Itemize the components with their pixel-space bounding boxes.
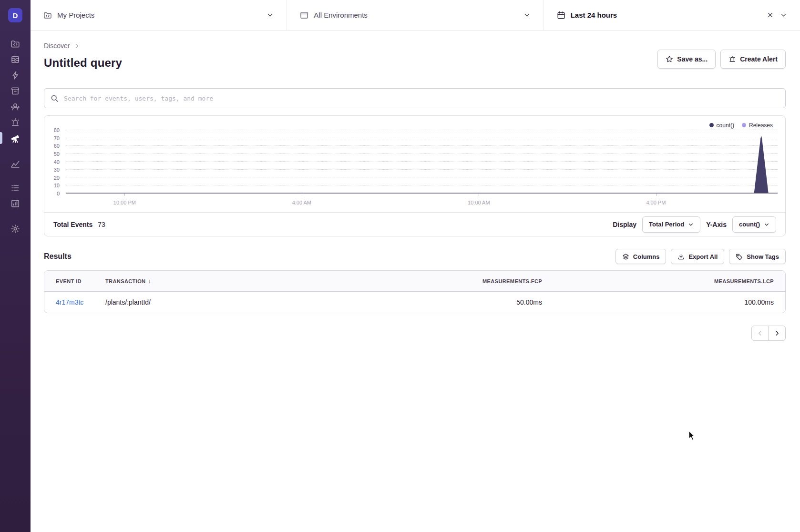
sidebar-item-issues[interactable] [0, 51, 31, 67]
main-content: Discover Untitled query Save as... Creat… [31, 31, 800, 532]
chevron-right-icon [774, 330, 780, 337]
column-header-event-id[interactable]: EVENT ID [44, 278, 94, 284]
column-header-transaction[interactable]: TRANSACTION ↓ [94, 277, 410, 285]
display-dropdown[interactable]: Total Period [642, 216, 700, 233]
x-axis-tick-label: 4:00 PM [646, 200, 666, 205]
measurements-fcp-cell: 50.00ms [410, 298, 554, 306]
sidebar-item-monitors[interactable] [0, 180, 31, 195]
y-axis-tick-label: 60 [54, 143, 60, 149]
sidebar-item-releases[interactable] [0, 83, 31, 99]
column-header-measurements-fcp[interactable]: MEASUREMENTS.FCP [410, 278, 554, 284]
save-as-button[interactable]: Save as... [657, 50, 716, 69]
chart-gridline [66, 130, 778, 130]
breadcrumb-discover[interactable]: Discover [44, 42, 70, 50]
x-axis-tick-mark [302, 194, 302, 196]
y-axis-tick-label: 50 [54, 151, 60, 157]
pagination [44, 326, 786, 341]
legend-item-releases[interactable]: Releases [742, 122, 773, 128]
x-axis-tick-mark [124, 194, 125, 196]
chart-gridline [66, 138, 778, 138]
chevron-left-icon [757, 330, 763, 337]
alerts-icon [10, 118, 20, 127]
y-axis-tick-label: 0 [57, 191, 60, 196]
page-title: Untitled query [44, 56, 122, 70]
table-header-row: EVENT ID TRANSACTION ↓ MEASUREMENTS.FCP … [44, 271, 785, 292]
total-events-value: 73 [98, 221, 105, 228]
project-selector[interactable]: My Projects [31, 0, 287, 30]
user-feedback-icon [10, 102, 20, 112]
y-axis-dropdown[interactable]: count() [732, 216, 776, 233]
chart-gridline [66, 161, 778, 162]
y-axis-tick-label: 10 [54, 183, 60, 188]
y-axis-tick-label: 20 [54, 175, 60, 181]
search-input[interactable] [63, 94, 779, 102]
issues-icon [10, 55, 20, 64]
environment-selector[interactable]: All Environments [287, 0, 543, 30]
layers-icon [622, 253, 629, 260]
x-axis-tick-label: 4:00 AM [292, 200, 311, 205]
clear-date-icon[interactable] [767, 11, 774, 19]
chart-area: 01020304050607080 10:00 PM4:00 AM10:00 A… [44, 128, 778, 212]
y-axis-label: Y-Axis [706, 221, 727, 228]
date-range-label: Last 24 hours [571, 11, 617, 19]
sidebar-item-projects[interactable] [0, 36, 31, 51]
chart-gridline [66, 145, 778, 146]
x-axis-tick-label: 10:00 PM [113, 200, 136, 205]
performance-icon [10, 71, 20, 80]
chevron-down-icon [780, 11, 787, 19]
transaction-cell: /plants/:plantId/ [94, 298, 410, 306]
breadcrumb: Discover [44, 42, 122, 50]
total-events: Total Events 73 [53, 221, 105, 228]
x-axis-tick-mark [656, 194, 656, 196]
y-axis-tick-label: 40 [54, 159, 60, 165]
chevron-down-icon [523, 11, 531, 19]
x-axis-tick-label: 10:00 AM [468, 200, 490, 205]
legend-item-count[interactable]: count() [709, 122, 734, 128]
tag-icon [736, 253, 743, 260]
sidebar-item-stats[interactable] [0, 195, 31, 211]
sidebar-item-dashboards[interactable] [0, 156, 31, 172]
table-row: 4r17m3tc /plants/:plantId/ 50.00ms 100.0… [44, 292, 785, 313]
search-icon [51, 94, 59, 102]
create-alert-button[interactable]: Create Alert [720, 50, 786, 69]
sidebar-item-alerts[interactable] [0, 114, 31, 130]
stats-icon [10, 199, 20, 208]
export-all-button[interactable]: Export All [671, 249, 724, 264]
chart-footer: Total Events 73 Display Total Period Y-A… [44, 212, 785, 236]
sidebar-item-performance[interactable] [0, 67, 31, 83]
chart-legend: count() Releases [44, 116, 785, 128]
y-axis-tick-label: 70 [54, 135, 60, 141]
sidebar-item-discover[interactable] [0, 130, 31, 146]
pagination-prev-button[interactable] [751, 326, 769, 341]
y-axis-tick-label: 30 [54, 167, 60, 173]
chart-gridline [66, 169, 778, 170]
sidebar-item-settings[interactable] [0, 221, 31, 236]
dashboards-icon [10, 159, 20, 169]
results-table: EVENT ID TRANSACTION ↓ MEASUREMENTS.FCP … [44, 270, 786, 313]
avatar[interactable]: D [8, 8, 22, 22]
window-icon [300, 11, 308, 20]
sort-desc-icon: ↓ [148, 277, 151, 285]
chevron-down-icon [688, 222, 694, 227]
project-selector-label: My Projects [57, 11, 94, 19]
environment-selector-label: All Environments [314, 11, 368, 19]
events-chart-panel: count() Releases 01020304050607080 10:00… [44, 115, 786, 236]
download-icon [677, 253, 685, 260]
top-bar: My Projects All Environments Last 24 hou… [31, 0, 800, 31]
columns-button[interactable]: Columns [615, 249, 667, 264]
calendar-icon [557, 11, 565, 20]
date-range-selector[interactable]: Last 24 hours [544, 0, 800, 30]
x-axis-tick-mark [479, 194, 479, 196]
star-icon [666, 55, 673, 63]
chart-gridline [66, 185, 778, 185]
y-axis-tick-label: 80 [54, 127, 60, 133]
search-bar [44, 88, 786, 108]
show-tags-button[interactable]: Show Tags [729, 249, 786, 264]
column-header-measurements-lcp[interactable]: MEASUREMENTS.LCP [554, 278, 785, 284]
pagination-next-button[interactable] [769, 326, 786, 341]
sidebar-item-user-feedback[interactable] [0, 99, 31, 114]
event-id-link[interactable]: 4r17m3tc [56, 298, 83, 306]
results-heading: Results [44, 252, 72, 261]
chart-x-labels: 10:00 PM4:00 AM10:00 AM4:00 PM [66, 200, 778, 207]
chart-gridline [66, 177, 778, 177]
